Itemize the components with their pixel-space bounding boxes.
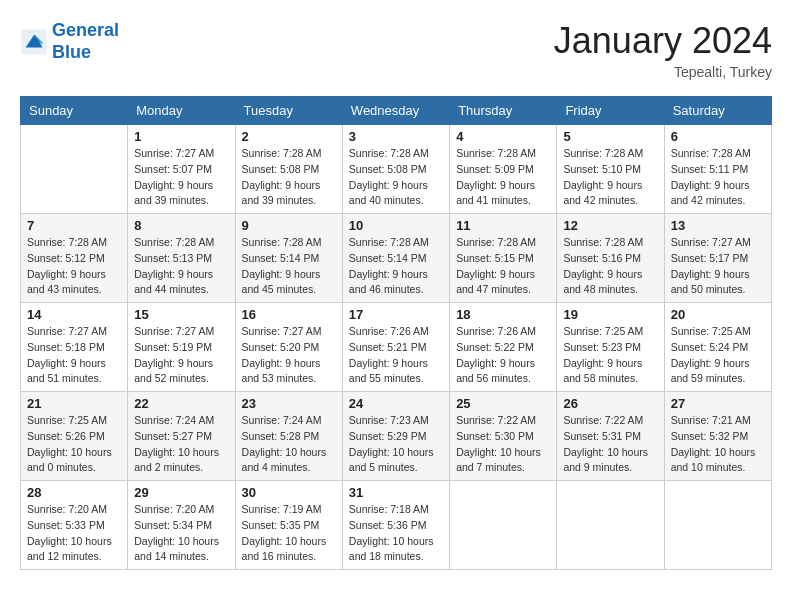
header-sunday: Sunday <box>21 97 128 125</box>
day-cell: 12 Sunrise: 7:28 AM Sunset: 5:16 PM Dayl… <box>557 214 664 303</box>
sunset-text: Sunset: 5:31 PM <box>563 429 657 445</box>
sunset-text: Sunset: 5:17 PM <box>671 251 765 267</box>
day-number: 1 <box>134 129 228 144</box>
sunset-text: Sunset: 5:27 PM <box>134 429 228 445</box>
logo: General Blue <box>20 20 119 63</box>
week-row-3: 14 Sunrise: 7:27 AM Sunset: 5:18 PM Dayl… <box>21 303 772 392</box>
daylight-text: Daylight: 9 hours and 43 minutes. <box>27 267 121 299</box>
sunrise-text: Sunrise: 7:27 AM <box>27 324 121 340</box>
day-cell: 27 Sunrise: 7:21 AM Sunset: 5:32 PM Dayl… <box>664 392 771 481</box>
day-cell: 17 Sunrise: 7:26 AM Sunset: 5:21 PM Dayl… <box>342 303 449 392</box>
week-row-5: 28 Sunrise: 7:20 AM Sunset: 5:33 PM Dayl… <box>21 481 772 570</box>
day-number: 25 <box>456 396 550 411</box>
day-number: 13 <box>671 218 765 233</box>
day-cell: 1 Sunrise: 7:27 AM Sunset: 5:07 PM Dayli… <box>128 125 235 214</box>
daylight-text: Daylight: 9 hours and 39 minutes. <box>242 178 336 210</box>
day-cell <box>664 481 771 570</box>
sunset-text: Sunset: 5:08 PM <box>242 162 336 178</box>
daylight-text: Daylight: 9 hours and 50 minutes. <box>671 267 765 299</box>
day-cell <box>21 125 128 214</box>
day-info: Sunrise: 7:28 AM Sunset: 5:12 PM Dayligh… <box>27 235 121 298</box>
sunrise-text: Sunrise: 7:28 AM <box>242 146 336 162</box>
logo-icon <box>20 28 48 56</box>
day-info: Sunrise: 7:27 AM Sunset: 5:18 PM Dayligh… <box>27 324 121 387</box>
daylight-text: Daylight: 10 hours and 2 minutes. <box>134 445 228 477</box>
daylight-text: Daylight: 9 hours and 48 minutes. <box>563 267 657 299</box>
daylight-text: Daylight: 9 hours and 47 minutes. <box>456 267 550 299</box>
day-number: 14 <box>27 307 121 322</box>
day-number: 3 <box>349 129 443 144</box>
header-wednesday: Wednesday <box>342 97 449 125</box>
sunset-text: Sunset: 5:18 PM <box>27 340 121 356</box>
day-info: Sunrise: 7:28 AM Sunset: 5:10 PM Dayligh… <box>563 146 657 209</box>
daylight-text: Daylight: 9 hours and 45 minutes. <box>242 267 336 299</box>
sunset-text: Sunset: 5:20 PM <box>242 340 336 356</box>
day-cell: 3 Sunrise: 7:28 AM Sunset: 5:08 PM Dayli… <box>342 125 449 214</box>
sunset-text: Sunset: 5:33 PM <box>27 518 121 534</box>
day-info: Sunrise: 7:27 AM Sunset: 5:17 PM Dayligh… <box>671 235 765 298</box>
sunrise-text: Sunrise: 7:22 AM <box>563 413 657 429</box>
sunrise-text: Sunrise: 7:24 AM <box>134 413 228 429</box>
daylight-text: Daylight: 9 hours and 59 minutes. <box>671 356 765 388</box>
sunset-text: Sunset: 5:16 PM <box>563 251 657 267</box>
day-info: Sunrise: 7:25 AM Sunset: 5:24 PM Dayligh… <box>671 324 765 387</box>
page-header: General Blue January 2024 Tepealti, Turk… <box>20 20 772 80</box>
day-number: 29 <box>134 485 228 500</box>
day-info: Sunrise: 7:28 AM Sunset: 5:15 PM Dayligh… <box>456 235 550 298</box>
day-number: 24 <box>349 396 443 411</box>
day-info: Sunrise: 7:28 AM Sunset: 5:14 PM Dayligh… <box>349 235 443 298</box>
sunrise-text: Sunrise: 7:28 AM <box>563 146 657 162</box>
sunrise-text: Sunrise: 7:28 AM <box>456 235 550 251</box>
daylight-text: Daylight: 9 hours and 46 minutes. <box>349 267 443 299</box>
week-row-2: 7 Sunrise: 7:28 AM Sunset: 5:12 PM Dayli… <box>21 214 772 303</box>
daylight-text: Daylight: 10 hours and 10 minutes. <box>671 445 765 477</box>
day-info: Sunrise: 7:23 AM Sunset: 5:29 PM Dayligh… <box>349 413 443 476</box>
sunrise-text: Sunrise: 7:28 AM <box>242 235 336 251</box>
day-number: 30 <box>242 485 336 500</box>
day-info: Sunrise: 7:26 AM Sunset: 5:21 PM Dayligh… <box>349 324 443 387</box>
day-number: 17 <box>349 307 443 322</box>
day-number: 19 <box>563 307 657 322</box>
sunset-text: Sunset: 5:28 PM <box>242 429 336 445</box>
day-info: Sunrise: 7:28 AM Sunset: 5:08 PM Dayligh… <box>349 146 443 209</box>
sunrise-text: Sunrise: 7:26 AM <box>349 324 443 340</box>
day-cell <box>450 481 557 570</box>
sunset-text: Sunset: 5:14 PM <box>349 251 443 267</box>
sunrise-text: Sunrise: 7:20 AM <box>27 502 121 518</box>
daylight-text: Daylight: 10 hours and 18 minutes. <box>349 534 443 566</box>
sunset-text: Sunset: 5:23 PM <box>563 340 657 356</box>
daylight-text: Daylight: 9 hours and 44 minutes. <box>134 267 228 299</box>
day-info: Sunrise: 7:22 AM Sunset: 5:31 PM Dayligh… <box>563 413 657 476</box>
week-row-4: 21 Sunrise: 7:25 AM Sunset: 5:26 PM Dayl… <box>21 392 772 481</box>
sunset-text: Sunset: 5:13 PM <box>134 251 228 267</box>
day-info: Sunrise: 7:28 AM Sunset: 5:13 PM Dayligh… <box>134 235 228 298</box>
sunset-text: Sunset: 5:19 PM <box>134 340 228 356</box>
day-cell: 22 Sunrise: 7:24 AM Sunset: 5:27 PM Dayl… <box>128 392 235 481</box>
day-cell: 20 Sunrise: 7:25 AM Sunset: 5:24 PM Dayl… <box>664 303 771 392</box>
sunrise-text: Sunrise: 7:28 AM <box>349 235 443 251</box>
header-saturday: Saturday <box>664 97 771 125</box>
daylight-text: Daylight: 10 hours and 5 minutes. <box>349 445 443 477</box>
day-number: 7 <box>27 218 121 233</box>
day-cell: 8 Sunrise: 7:28 AM Sunset: 5:13 PM Dayli… <box>128 214 235 303</box>
day-cell: 14 Sunrise: 7:27 AM Sunset: 5:18 PM Dayl… <box>21 303 128 392</box>
sunset-text: Sunset: 5:21 PM <box>349 340 443 356</box>
sunrise-text: Sunrise: 7:27 AM <box>134 146 228 162</box>
sunrise-text: Sunrise: 7:28 AM <box>671 146 765 162</box>
day-info: Sunrise: 7:24 AM Sunset: 5:27 PM Dayligh… <box>134 413 228 476</box>
day-number: 4 <box>456 129 550 144</box>
sunset-text: Sunset: 5:24 PM <box>671 340 765 356</box>
day-cell <box>557 481 664 570</box>
day-cell: 9 Sunrise: 7:28 AM Sunset: 5:14 PM Dayli… <box>235 214 342 303</box>
daylight-text: Daylight: 9 hours and 39 minutes. <box>134 178 228 210</box>
day-number: 9 <box>242 218 336 233</box>
daylight-text: Daylight: 9 hours and 55 minutes. <box>349 356 443 388</box>
daylight-text: Daylight: 9 hours and 51 minutes. <box>27 356 121 388</box>
sunset-text: Sunset: 5:12 PM <box>27 251 121 267</box>
day-number: 15 <box>134 307 228 322</box>
day-cell: 11 Sunrise: 7:28 AM Sunset: 5:15 PM Dayl… <box>450 214 557 303</box>
location: Tepealti, Turkey <box>554 64 772 80</box>
daylight-text: Daylight: 10 hours and 7 minutes. <box>456 445 550 477</box>
day-number: 5 <box>563 129 657 144</box>
month-title: January 2024 <box>554 20 772 62</box>
